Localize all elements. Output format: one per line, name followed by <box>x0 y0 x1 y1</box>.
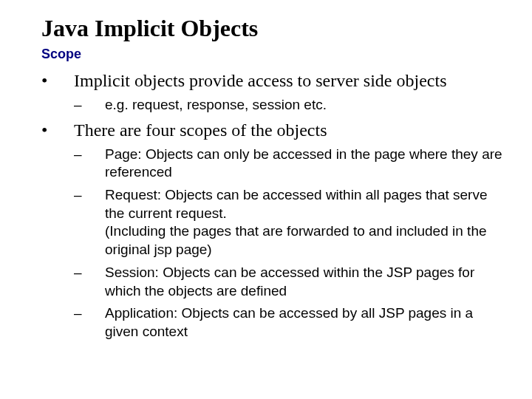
dash-marker: – <box>74 96 105 115</box>
bullet-text: Implicit objects provide access to serve… <box>74 69 447 92</box>
sub-item: – Page: Objects can only be accessed in … <box>74 146 505 182</box>
sub-text: Application: Objects can be accessed by … <box>105 304 505 341</box>
slide-subtitle: Scope <box>41 47 505 62</box>
bullet-marker: • <box>41 119 74 141</box>
sub-item: – Session: Objects can be accessed withi… <box>74 264 505 300</box>
bullet-text: There are four scopes of the objects <box>74 119 327 141</box>
dash-marker: – <box>74 146 105 182</box>
sub-item: – e.g. request, response, session etc. <box>74 96 505 115</box>
sub-text: Session: Objects can be accessed within … <box>105 264 505 300</box>
sub-item: – Application: Objects can be accessed b… <box>74 304 505 341</box>
dash-marker: – <box>74 264 105 300</box>
sub-item: – Request: Objects can be accessed withi… <box>74 186 505 259</box>
slide-title: Java Implicit Objects <box>41 15 505 42</box>
sub-text: Request: Objects can be accessed within … <box>105 186 505 259</box>
bullet-item: • Implicit objects provide access to ser… <box>41 69 505 92</box>
dash-marker: – <box>74 304 105 341</box>
bullet-item: • There are four scopes of the objects <box>41 119 505 141</box>
bullet-marker: • <box>41 69 74 92</box>
sub-text: Page: Objects can only be accessed in th… <box>105 146 505 182</box>
sub-text: e.g. request, response, session etc. <box>105 96 327 115</box>
dash-marker: – <box>74 186 105 259</box>
